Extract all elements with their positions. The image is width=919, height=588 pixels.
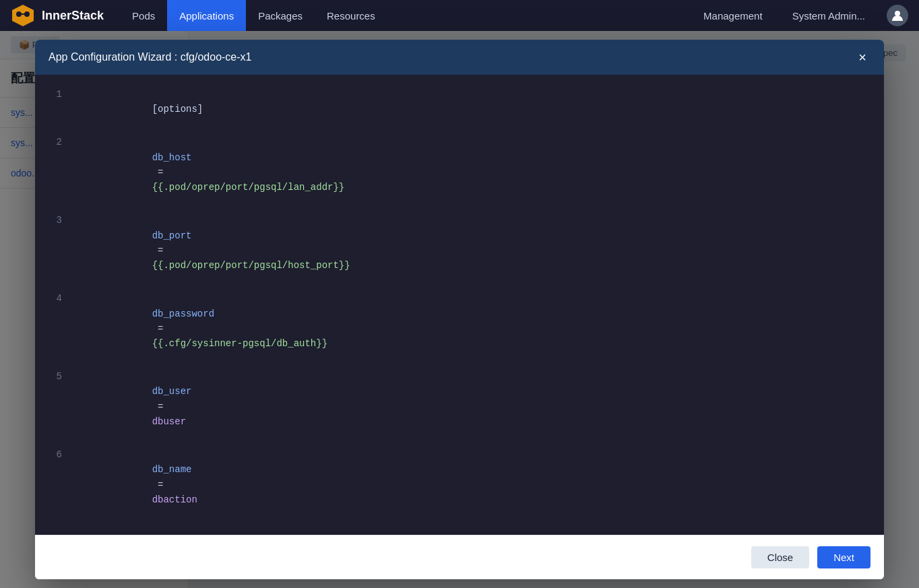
code-op-3: =	[152, 245, 169, 256]
code-key-dbname: db_name	[152, 464, 192, 475]
navbar-right: Management System Admin...	[695, 0, 908, 31]
code-template-dbport: {{.pod/oprep/port/pgsql/host_port}}	[152, 260, 350, 271]
line-content-4: db_password = {{.cfg/sysinner-pgsql/db_a…	[73, 291, 873, 366]
nav-resources[interactable]: Resources	[315, 0, 387, 31]
code-template-dbhost: {{.pod/oprep/port/pgsql/lan_addr}}	[152, 182, 345, 193]
code-section-marker: [options]	[152, 104, 203, 115]
config-wizard-modal: App Configuration Wizard : cfg/odoo-ce-x…	[35, 40, 884, 579]
nav-system-admin[interactable]: System Admin...	[784, 0, 873, 31]
line-content-3: db_port = {{.pod/oprep/port/pgsql/host_p…	[73, 213, 873, 288]
close-button[interactable]: Close	[751, 546, 809, 568]
nav-pods[interactable]: Pods	[120, 0, 167, 31]
modal-header: App Configuration Wizard : cfg/odoo-ce-x…	[35, 40, 884, 75]
line-num-3: 3	[46, 213, 62, 228]
svg-marker-0	[12, 5, 34, 26]
line-content-6: db_name = dbaction	[73, 447, 873, 523]
code-template-dbpassword: {{.cfg/sysinner-pgsql/db_auth}}	[152, 338, 327, 349]
line-content-1: [options]	[73, 87, 873, 132]
next-button[interactable]: Next	[817, 546, 870, 568]
user-avatar[interactable]	[887, 5, 908, 26]
navbar-nav: Pods Applications Packages Resources	[120, 0, 695, 31]
code-key-dbport: db_port	[152, 230, 192, 241]
nav-packages[interactable]: Packages	[246, 0, 315, 31]
code-key-dbhost: db_host	[152, 152, 192, 163]
svg-point-4	[895, 11, 900, 16]
code-key-dbuser: db_user	[152, 386, 192, 397]
code-line-5: 5 db_user = dbuser	[35, 368, 884, 446]
code-line-3: 3 db_port = {{.pod/oprep/port/pgsql/host…	[35, 211, 884, 290]
modal-close-button[interactable]: ×	[854, 49, 870, 65]
navbar: InnerStack Pods Applications Packages Re…	[0, 0, 919, 31]
brand[interactable]: InnerStack	[11, 3, 104, 28]
nav-management[interactable]: Management	[695, 0, 771, 31]
code-value-dbname: dbaction	[152, 494, 197, 505]
code-line-4: 4 db_password = {{.cfg/sysinner-pgsql/db…	[35, 290, 884, 368]
nav-applications[interactable]: Applications	[167, 0, 246, 31]
code-line-6: 6 db_name = dbaction	[35, 446, 884, 524]
code-key-dbpassword: db_password	[152, 308, 214, 319]
line-num-4: 4	[46, 291, 62, 306]
code-op-5: =	[152, 401, 169, 412]
code-value-dbuser: dbuser	[152, 416, 186, 427]
line-content-2: db_host = {{.pod/oprep/port/pgsql/lan_ad…	[73, 135, 873, 210]
modal-body: 1 [options] 2 db_host = {{.pod/oprep/por…	[35, 75, 884, 535]
brand-name: InnerStack	[42, 9, 104, 23]
code-op-4: =	[152, 323, 169, 334]
user-icon	[891, 9, 904, 22]
modal-footer: Close Next	[35, 535, 884, 579]
modal-overlay: App Configuration Wizard : cfg/odoo-ce-x…	[0, 31, 919, 588]
line-num-6: 6	[46, 447, 62, 462]
brand-logo-icon	[11, 3, 35, 28]
modal-title: App Configuration Wizard : cfg/odoo-ce-x…	[49, 51, 251, 63]
line-content-5: db_user = dbuser	[73, 369, 873, 445]
main-area: 📦 Pods 配置 sys... ...nce sys... ...nce od…	[0, 31, 919, 588]
code-block: 1 [options] 2 db_host = {{.pod/oprep/por…	[35, 75, 884, 535]
line-num-2: 2	[46, 135, 62, 150]
code-line-1: 1 [options]	[35, 86, 884, 133]
code-op-2: =	[152, 167, 169, 178]
line-num-1: 1	[46, 87, 62, 102]
code-op-6: =	[152, 480, 169, 490]
code-line-2: 2 db_host = {{.pod/oprep/port/pgsql/lan_…	[35, 133, 884, 211]
line-num-5: 5	[46, 369, 62, 384]
